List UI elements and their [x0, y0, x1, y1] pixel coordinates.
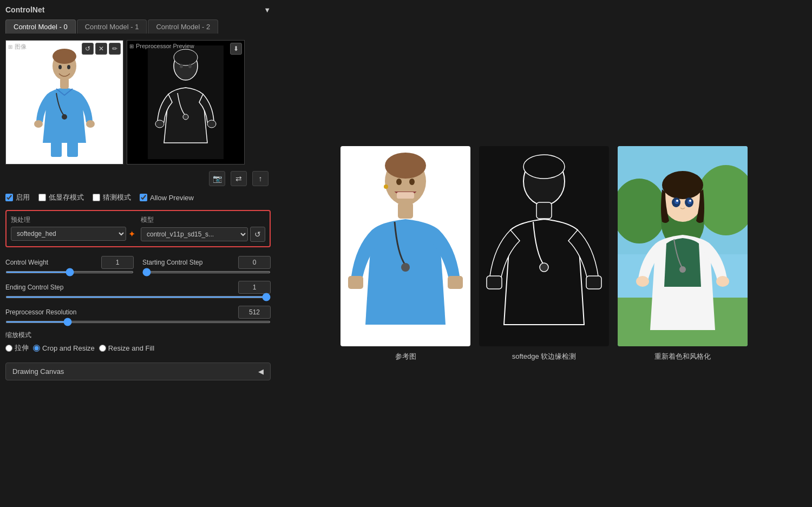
preview-image — [127, 41, 244, 164]
control-weight-header: Control Weight — [5, 256, 134, 269]
right-panel: 参考图 softedge 软 — [276, 0, 812, 507]
drawing-canvas-row[interactable]: Drawing Canvas ◀ — [5, 363, 271, 380]
svg-point-26 — [401, 263, 410, 272]
svg-point-7 — [58, 65, 62, 69]
zoom-fill-item[interactable]: Resize and Fill — [99, 344, 154, 352]
svg-point-36 — [540, 263, 548, 272]
svg-rect-10 — [67, 142, 78, 157]
preprocess-input-row: softedge_hed ✦ — [11, 227, 135, 241]
ending-step-input[interactable] — [238, 281, 271, 294]
preprocessor-res-label: Preprocessor Resolution — [5, 308, 76, 316]
svg-rect-34 — [487, 276, 502, 289]
preprocess-col: 预处理 softedge_hed ✦ — [11, 215, 135, 242]
low-vram-checkbox[interactable] — [38, 194, 46, 201]
zoom-options: 拉伸 Crop and Resize Resize and Fill — [5, 343, 271, 353]
tab-control-model-0[interactable]: Control Model - 0 — [5, 19, 76, 34]
zoom-stretch-radio[interactable] — [5, 345, 12, 352]
model-select[interactable]: control_v11p_sd15_s... — [141, 227, 248, 241]
svg-rect-24 — [348, 276, 363, 289]
zoom-crop-radio[interactable] — [33, 345, 40, 352]
edit-source-btn[interactable]: ✏ — [109, 43, 121, 55]
preprocessor-res-slider[interactable] — [5, 321, 271, 323]
svg-point-22 — [384, 185, 388, 189]
model-label: 模型 — [141, 215, 265, 225]
zoom-label: 缩放模式 — [5, 331, 271, 340]
svg-point-49 — [676, 200, 678, 202]
refresh-source-btn[interactable]: ↺ — [82, 43, 94, 55]
zoom-fill-radio[interactable] — [99, 345, 106, 352]
enable-checkbox[interactable] — [5, 194, 13, 201]
nurse-svg — [27, 45, 102, 159]
collapse-icon[interactable]: ▼ — [264, 6, 271, 14]
preprocessor-res-header: Preprocessor Resolution — [5, 306, 271, 319]
svg-point-13 — [174, 49, 198, 65]
allow-preview-checkbox[interactable] — [140, 194, 147, 201]
low-vram-label: 低显存模式 — [49, 193, 84, 202]
guess-mode-checkbox-item[interactable]: 猜测模式 — [93, 193, 131, 202]
svg-point-50 — [689, 200, 691, 202]
source-btns: ↺ ✕ ✏ — [82, 43, 121, 55]
checkbox-row: 启用 低显存模式 猜测模式 Allow Preview — [5, 193, 271, 202]
svg-point-2 — [53, 49, 76, 64]
preprocessor-res-input[interactable] — [238, 306, 271, 319]
svg-point-5 — [62, 114, 67, 120]
guess-mode-checkbox[interactable] — [93, 194, 100, 201]
starting-step-slider[interactable] — [142, 271, 271, 273]
zoom-fill-label: Resize and Fill — [108, 344, 154, 352]
svg-point-32 — [523, 155, 565, 179]
tab-control-model-1[interactable]: Control Model - 1 — [77, 19, 147, 34]
tab-control-model-2[interactable]: Control Model - 2 — [148, 19, 218, 34]
stylized-svg — [618, 146, 748, 346]
zoom-crop-label: Crop and Resize — [42, 344, 95, 352]
model-col: 模型 control_v11p_sd15_s... ↺ — [141, 215, 265, 242]
guess-mode-label: 猜测模式 — [103, 193, 131, 202]
upload-btn[interactable]: ↑ — [252, 171, 269, 186]
svg-point-14 — [155, 120, 164, 128]
svg-rect-6 — [60, 78, 69, 89]
svg-point-27 — [396, 179, 402, 185]
download-preview-btn[interactable]: ⬇ — [230, 43, 242, 55]
control-weight-slider[interactable] — [5, 271, 134, 273]
preprocess-label: 预处理 — [11, 215, 135, 225]
svg-point-28 — [409, 179, 415, 185]
svg-point-8 — [67, 65, 70, 69]
svg-point-4 — [86, 120, 95, 128]
enable-checkbox-item[interactable]: 启用 — [5, 193, 30, 202]
starting-step-label: Starting Control Step — [142, 259, 202, 266]
panel-title: ControlNet — [5, 5, 44, 14]
starting-step-input[interactable] — [238, 256, 271, 269]
svg-point-53 — [679, 266, 686, 273]
preview-btns: ⬇ — [230, 43, 242, 55]
two-col-sliders: Control Weight Starting Control Step — [5, 256, 271, 273]
stylized-caption: 重新着色和风格化 — [654, 352, 711, 361]
source-image — [6, 41, 123, 164]
zoom-stretch-item[interactable]: 拉伸 — [5, 343, 29, 353]
preprocess-select[interactable]: softedge_hed — [11, 227, 126, 241]
close-source-btn[interactable]: ✕ — [95, 43, 107, 55]
panel-header: ControlNet ▼ — [5, 5, 271, 14]
preprocessor-res-section: Preprocessor Resolution — [5, 306, 271, 323]
softedge-image — [479, 146, 609, 346]
svg-point-52 — [716, 276, 729, 287]
low-vram-checkbox-item[interactable]: 低显存模式 — [38, 193, 84, 202]
zoom-crop-item[interactable]: Crop and Resize — [33, 344, 95, 352]
control-weight-input[interactable] — [101, 256, 134, 269]
drawing-canvas-label: Drawing Canvas — [12, 367, 64, 376]
zoom-section: 缩放模式 拉伸 Crop and Resize Resize and Fill — [5, 331, 271, 353]
ref-image — [340, 146, 470, 346]
swap-btn[interactable]: ⇄ — [231, 171, 247, 186]
model-refresh-btn[interactable]: ↺ — [250, 227, 265, 242]
images-row: ⊞ 图像 ↺ ✕ ✏ — [5, 40, 271, 164]
tabs-row: Control Model - 0 Control Model - 1 Cont… — [5, 19, 271, 34]
svg-point-3 — [34, 120, 43, 128]
ending-step-header: Ending Control Step — [5, 281, 271, 294]
stylized-image-block: 重新着色和风格化 — [618, 146, 748, 361]
drawing-canvas-arrow: ◀ — [258, 367, 264, 376]
ending-step-slider[interactable] — [5, 296, 271, 298]
sketch-svg — [148, 45, 224, 159]
allow-preview-checkbox-item[interactable]: Allow Preview — [140, 194, 194, 202]
enable-label: 启用 — [16, 193, 30, 202]
camera-btn[interactable]: 📷 — [209, 171, 225, 186]
star-btn[interactable]: ✦ — [128, 229, 135, 239]
svg-point-44 — [662, 171, 703, 199]
